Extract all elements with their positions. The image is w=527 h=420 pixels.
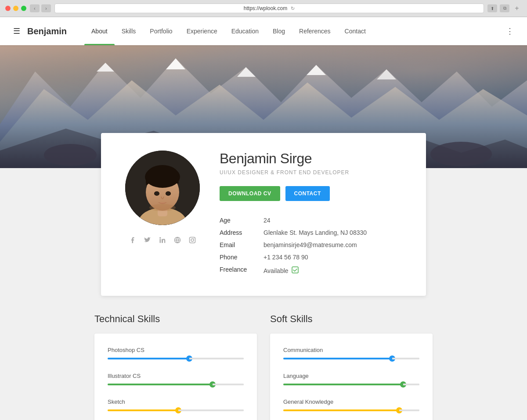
share-button[interactable]: ⬆ bbox=[487, 4, 497, 12]
hamburger-icon[interactable]: ☰ bbox=[13, 26, 20, 36]
skill-photoshop: Photoshop CS bbox=[108, 347, 244, 359]
profile-left bbox=[123, 151, 202, 278]
twitter-icon[interactable] bbox=[143, 236, 152, 244]
email-value: benjaminsirje49@matresume.com bbox=[264, 241, 357, 248]
traffic-lights bbox=[5, 6, 26, 11]
svg-point-23 bbox=[149, 204, 176, 211]
top-navigation: ☰ Benjamin About Skills Portfolio Experi… bbox=[0, 17, 527, 45]
profile-name: Benjamin Sirge bbox=[220, 151, 404, 167]
back-button[interactable]: ‹ bbox=[30, 4, 40, 12]
skill-sketch-label: Sketch bbox=[108, 398, 244, 405]
reload-icon[interactable]: ↻ bbox=[291, 6, 295, 11]
skill-illustrator-label: Illustrator CS bbox=[108, 373, 244, 379]
skill-language: Language bbox=[283, 373, 419, 385]
age-row: Age 24 bbox=[220, 214, 404, 226]
svg-point-27 bbox=[194, 238, 195, 239]
email-label: Email bbox=[220, 241, 264, 248]
info-table: Age 24 Address Glenlake St. Mays Landing… bbox=[220, 214, 404, 278]
phone-value: +1 234 56 78 90 bbox=[264, 254, 308, 261]
linkedin-icon[interactable] bbox=[158, 236, 167, 244]
social-icons bbox=[128, 236, 197, 244]
action-buttons: DOWNLOAD CV CONTACT bbox=[220, 186, 404, 201]
age-value: 24 bbox=[264, 217, 271, 224]
add-tab-button[interactable]: + bbox=[512, 4, 522, 12]
technical-skills-heading: Technical Skills bbox=[94, 313, 257, 325]
nav-link-references[interactable]: References bbox=[292, 17, 338, 45]
address-label: Address bbox=[220, 229, 264, 236]
browser-nav-buttons: ‹ › bbox=[30, 4, 51, 12]
download-cv-button[interactable]: DOWNLOAD CV bbox=[220, 186, 280, 201]
skill-photoshop-label: Photoshop CS bbox=[108, 347, 244, 353]
freelance-row: Freelance Available bbox=[220, 263, 404, 278]
new-tab-button[interactable]: ⧉ bbox=[500, 4, 509, 12]
skill-language-slider[interactable] bbox=[283, 384, 419, 385]
nav-link-skills[interactable]: Skills bbox=[115, 17, 143, 45]
skill-communication-slider[interactable] bbox=[283, 358, 419, 359]
nav-more-icon[interactable]: ⋮ bbox=[506, 26, 514, 36]
nav-link-blog[interactable]: Blog bbox=[266, 17, 292, 45]
nav-link-portfolio[interactable]: Portfolio bbox=[143, 17, 179, 45]
nav-link-education[interactable]: Education bbox=[224, 17, 266, 45]
skill-general-knowledge-slider[interactable] bbox=[283, 409, 419, 411]
email-row: Email benjaminsirje49@matresume.com bbox=[220, 239, 404, 251]
skill-photoshop-slider[interactable] bbox=[108, 358, 244, 359]
profile-card: Benjamin Sirge UI/UX DESIGNER & FRONT EN… bbox=[101, 133, 426, 296]
svg-rect-25 bbox=[190, 237, 195, 243]
skill-language-label: Language bbox=[283, 373, 419, 379]
profile-title: UI/UX DESIGNER & FRONT END DEVELOPER bbox=[220, 169, 404, 176]
contact-button[interactable]: CONTACT bbox=[285, 186, 330, 201]
skill-sketch: Sketch bbox=[108, 398, 244, 411]
address-value: Glenlake St. Mays Landing, NJ 08330 bbox=[264, 229, 367, 236]
phone-row: Phone +1 234 56 78 90 bbox=[220, 251, 404, 263]
skill-sketch-slider[interactable] bbox=[108, 409, 244, 411]
skill-illustrator-slider[interactable] bbox=[108, 384, 244, 385]
freelance-label: Freelance bbox=[220, 266, 264, 273]
skills-section: Technical Skills Photoshop CS Illustrato… bbox=[0, 296, 527, 420]
skill-general-knowledge: General Knowledge bbox=[283, 398, 419, 411]
facebook-icon[interactable] bbox=[128, 236, 137, 244]
forward-button[interactable]: › bbox=[41, 4, 51, 12]
profile-card-container: Benjamin Sirge UI/UX DESIGNER & FRONT EN… bbox=[0, 133, 527, 296]
svg-point-26 bbox=[191, 239, 194, 241]
address-bar[interactable]: https://wplook.com ↻ bbox=[54, 4, 484, 13]
nav-link-contact[interactable]: Contact bbox=[338, 17, 373, 45]
brand-name[interactable]: Benjamin bbox=[27, 26, 67, 36]
soft-skills-column: Soft Skills Communication Language bbox=[270, 313, 433, 420]
phone-label: Phone bbox=[220, 254, 264, 261]
soft-skills-heading: Soft Skills bbox=[270, 313, 433, 325]
maximize-button[interactable] bbox=[21, 6, 26, 11]
freelance-value: Available bbox=[264, 266, 299, 276]
profile-right: Benjamin Sirge UI/UX DESIGNER & FRONT EN… bbox=[220, 151, 404, 278]
nav-link-experience[interactable]: Experience bbox=[180, 17, 224, 45]
dribbble-icon[interactable] bbox=[173, 236, 182, 244]
avatar bbox=[125, 151, 200, 225]
instagram-icon[interactable] bbox=[188, 236, 197, 244]
svg-rect-28 bbox=[292, 267, 298, 273]
browser-actions: ⬆ ⧉ + bbox=[487, 4, 522, 12]
soft-skills-card: Communication Language bbox=[270, 334, 433, 420]
avatar-image bbox=[125, 151, 200, 225]
technical-skills-card: Photoshop CS Illustrator CS bbox=[94, 334, 257, 420]
minimize-button[interactable] bbox=[13, 6, 18, 11]
svg-point-22 bbox=[166, 192, 170, 195]
browser-chrome: ‹ › https://wplook.com ↻ ⬆ ⧉ + bbox=[0, 0, 527, 17]
url-text: https://wplook.com bbox=[244, 5, 287, 11]
skill-illustrator: Illustrator CS bbox=[108, 373, 244, 385]
address-row: Address Glenlake St. Mays Landing, NJ 08… bbox=[220, 226, 404, 239]
age-label: Age bbox=[220, 217, 264, 224]
technical-skills-column: Technical Skills Photoshop CS Illustrato… bbox=[94, 313, 257, 420]
nav-link-about[interactable]: About bbox=[84, 17, 115, 45]
skill-general-knowledge-label: General Knowledge bbox=[283, 398, 419, 405]
skill-communication: Communication bbox=[283, 347, 419, 359]
available-icon bbox=[291, 266, 299, 276]
page-wrapper: ☰ Benjamin About Skills Portfolio Experi… bbox=[0, 17, 527, 420]
nav-links: About Skills Portfolio Experience Educat… bbox=[84, 17, 502, 45]
close-button[interactable] bbox=[5, 6, 11, 11]
svg-point-21 bbox=[155, 192, 159, 195]
skill-communication-label: Communication bbox=[283, 347, 419, 353]
